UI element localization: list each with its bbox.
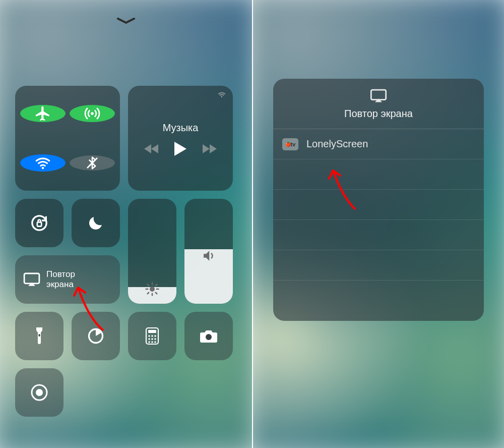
airplane-icon [34,105,51,122]
empty-row [273,220,484,250]
svg-rect-15 [24,273,39,284]
svg-point-31 [36,389,43,396]
svg-line-11 [148,285,149,286]
svg-rect-5 [37,222,41,226]
wifi-toggle[interactable] [20,154,66,172]
volume-icon [201,248,216,263]
svg-point-4 [32,216,46,230]
screen-mirroring-icon [370,89,387,103]
brightness-icon [145,282,160,297]
device-name-label: LonelyScreen [306,138,368,150]
screen-mirroring-sheet: Повтор экрана 🍎tv LonelyScreen [273,79,484,321]
control-center-screenshot: Музыка [0,0,252,448]
volume-slider[interactable] [184,199,233,304]
svg-point-0 [91,112,94,115]
calculator-icon [145,327,159,345]
wifi-icon [34,154,51,172]
svg-point-6 [150,287,155,292]
airplay-audio-icon[interactable] [217,91,227,101]
do-not-disturb-button[interactable] [72,199,120,247]
airplay-device-row[interactable]: 🍎tv LonelyScreen [273,129,484,159]
empty-row [273,159,484,190]
svg-rect-16 [39,334,40,337]
airplane-mode-toggle[interactable] [20,105,66,122]
rotation-lock-icon [29,213,49,233]
brightness-slider[interactable] [128,199,176,304]
timer-icon [87,327,105,345]
screen-mirroring-button[interactable]: Повтор экрана [15,255,120,304]
svg-line-13 [148,293,149,294]
media-title: Музыка [163,122,199,134]
chevron-down-icon[interactable] [116,17,136,25]
sheet-title: Повтор экрана [344,108,413,120]
svg-line-12 [156,293,157,294]
svg-point-27 [151,341,153,343]
flashlight-button[interactable] [15,312,64,360]
svg-point-20 [148,335,150,337]
timer-button[interactable] [72,312,120,360]
rewind-button[interactable] [144,143,159,154]
screen-mirroring-label: Повтор экрана [46,269,75,289]
svg-point-21 [151,335,153,337]
empty-row [273,250,484,281]
bluetooth-off-icon [85,155,100,171]
media-controls-group: Музыка [128,86,233,191]
svg-point-22 [154,335,156,337]
calculator-button[interactable] [128,312,176,360]
empty-row [273,190,484,220]
svg-line-14 [156,285,157,286]
play-button[interactable] [173,141,187,157]
antenna-icon [84,105,101,122]
cellular-data-toggle[interactable] [70,105,115,122]
svg-point-29 [206,334,212,340]
svg-point-3 [221,96,223,97]
svg-rect-32 [371,90,386,100]
connectivity-group [15,86,120,191]
camera-icon [199,328,218,344]
svg-rect-19 [148,330,156,333]
svg-point-26 [148,341,150,343]
svg-point-24 [151,338,153,340]
screen-record-button[interactable] [15,368,64,417]
svg-point-1 [42,167,44,170]
apple-tv-icon: 🍎tv [282,138,298,150]
bluetooth-toggle[interactable] [70,155,115,171]
rotation-lock-button[interactable] [15,199,64,247]
screen-mirroring-screenshot: Повтор экрана 🍎tv LonelyScreen [252,0,504,448]
moon-icon [87,214,105,232]
screen-mirroring-icon [23,272,40,287]
svg-point-25 [154,338,156,340]
svg-point-23 [148,338,150,340]
flashlight-icon [33,326,45,346]
camera-button[interactable] [184,312,233,360]
fast-forward-button[interactable] [202,143,217,154]
record-icon [29,382,49,403]
svg-point-28 [154,341,156,343]
